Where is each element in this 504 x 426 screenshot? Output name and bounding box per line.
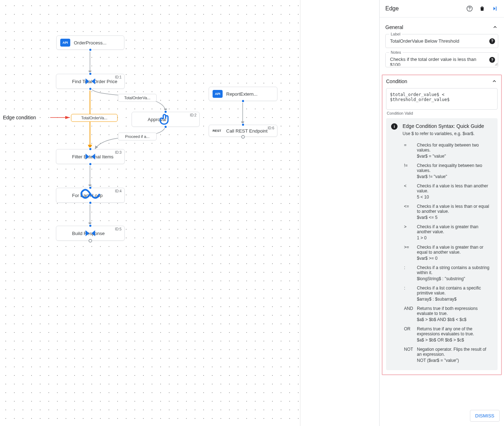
edge-label-proceed[interactable]: Proceed if a... — [118, 133, 157, 140]
syntax-row: :Checks if a string contains a substring… — [403, 263, 493, 283]
section-general-header[interactable]: General — [385, 22, 498, 34]
node-title: Find Total Order Price — [72, 79, 117, 84]
syntax-operator: NOT — [403, 345, 415, 365]
syntax-operator: : — [403, 263, 415, 283]
dismiss-button[interactable]: DISMISS — [470, 410, 500, 422]
node-find-total[interactable]: ID:1 Find Total Order Price — [56, 74, 125, 89]
syntax-operator: = — [403, 140, 415, 161]
node-title: Call REST Endpoint — [226, 128, 267, 134]
syntax-table: =Checks for equality between two values.… — [403, 140, 493, 365]
syntax-operator: OR — [403, 324, 415, 345]
syntax-description: Checks if a value is greater than anothe… — [415, 222, 493, 243]
data-map-icon — [60, 229, 68, 238]
condition-valid-text: Condition Valid — [387, 111, 498, 115]
port-in[interactable] — [164, 110, 167, 114]
notes-input[interactable] — [386, 53, 498, 66]
label-field: Label ? — [385, 34, 498, 48]
port-out[interactable] — [89, 239, 92, 243]
node-call-rest[interactable]: ID:6 REST Call REST Endpoint — [209, 125, 277, 137]
section-condition-header[interactable]: Condition — [386, 78, 498, 88]
syntax-row: ANDReturns true if both expressions eval… — [403, 304, 493, 324]
node-for-each-loop[interactable]: ID:4 For Each Loop — [56, 188, 125, 203]
node-filter-external[interactable]: ID:3 Filter External Items — [56, 149, 125, 164]
section-heading: General — [385, 24, 403, 30]
help-icon[interactable] — [466, 5, 473, 12]
data-map-icon — [60, 152, 68, 161]
syntax-operator: < — [403, 181, 415, 202]
field-label: Label — [389, 32, 402, 36]
field-label: Notes — [389, 50, 403, 54]
edge-label-at-or-above[interactable]: TotalOrderVa... — [118, 94, 157, 102]
node-build-response[interactable]: ID:5 Build Response — [56, 226, 125, 241]
help-icon[interactable]: ? — [489, 57, 495, 63]
syntax-description: Returns true if any one of the expressio… — [415, 324, 493, 345]
syntax-description: Checks if a value is less than another v… — [415, 181, 493, 202]
chevron-up-icon — [492, 24, 498, 30]
syntax-operator: >= — [403, 243, 415, 263]
syntax-example: $array$ : $subarray$ — [417, 297, 491, 302]
port-in[interactable] — [89, 186, 92, 190]
syntax-row: >Checks if a value is greater than anoth… — [403, 222, 493, 243]
api-icon: API — [213, 90, 223, 98]
port-out[interactable] — [89, 87, 92, 91]
node-approval[interactable]: ID:2 Approval — [132, 112, 200, 127]
port-in[interactable] — [89, 224, 92, 228]
syntax-row: <Checks if a value is less than another … — [403, 181, 493, 202]
guide-subtitle: Use $ to refer to variables, e.g. $var$. — [403, 131, 493, 136]
port-out[interactable] — [89, 162, 92, 166]
label-input[interactable] — [386, 34, 498, 48]
node-report-extern[interactable]: API ReportExtern... — [209, 87, 277, 101]
syntax-description: Checks if a value is less than or equal … — [415, 202, 493, 222]
api-icon: API — [60, 39, 70, 47]
svg-point-1 — [469, 10, 470, 10]
port-out[interactable] — [241, 99, 245, 103]
syntax-description: Checks if a value is greater than or equ… — [415, 243, 493, 263]
port-out[interactable] — [164, 125, 167, 129]
syntax-row: ORReturns true if any one of the express… — [403, 324, 493, 345]
flow-canvas[interactable]: Edge condition API OrderProcess... ID:1 … — [0, 0, 300, 426]
data-map-icon — [60, 77, 68, 86]
annotation-label: Edge condition — [3, 115, 36, 120]
syntax-row: NOTNegation operator. Flips the result o… — [403, 345, 493, 365]
syntax-description: Checks if a string contains a substring … — [415, 263, 493, 283]
syntax-example: $longString$ : "substring" — [417, 276, 491, 281]
delete-icon[interactable] — [479, 5, 485, 12]
edge-label-text: TotalOrderVa... — [81, 116, 107, 120]
port-in[interactable] — [89, 72, 92, 76]
node-start[interactable]: API OrderProcess... — [56, 35, 124, 50]
syntax-row: <=Checks if a value is less than or equa… — [403, 202, 493, 222]
panel-divider[interactable] — [300, 0, 300, 426]
chevron-up-icon — [491, 78, 498, 85]
annotation-edge-condition: Edge condition — [3, 115, 36, 120]
panel-header: Edge — [380, 0, 504, 18]
port-out[interactable] — [89, 48, 92, 52]
syntax-example: $var$ <= 5 — [417, 215, 491, 220]
section-general: General Label ? Notes ? — [380, 18, 504, 73]
port-out[interactable] — [89, 201, 92, 205]
help-icon[interactable]: ? — [489, 38, 495, 44]
collapse-panel-icon[interactable] — [491, 5, 498, 12]
hand-icon — [135, 115, 144, 124]
edge-label-text: Proceed if a... — [125, 134, 149, 139]
syntax-guide: i Edge Condition Syntax: Quick Guide Use… — [386, 118, 498, 370]
syntax-description: Checks for equality between two values.$… — [415, 140, 493, 161]
loop-icon — [60, 191, 68, 200]
syntax-description: Returns true if both expressions evaluat… — [415, 304, 493, 324]
port-in[interactable] — [89, 147, 92, 151]
syntax-example: $var$ = "value" — [417, 154, 491, 159]
node-id: ID:3 — [115, 150, 122, 154]
port-in[interactable] — [241, 123, 245, 126]
node-title: For Each Loop — [72, 193, 103, 198]
node-id: ID:4 — [115, 189, 122, 193]
svg-rect-2 — [496, 6, 496, 11]
node-title: ReportExtern... — [226, 91, 257, 97]
syntax-row: !=Checks for inequality between two valu… — [403, 161, 493, 181]
node-id: ID:5 — [115, 227, 122, 231]
node-title: Filter External Items — [72, 154, 114, 159]
port-out[interactable] — [241, 135, 245, 139]
condition-expression-input[interactable]: $total_order_value$ < $threshold_order_v… — [386, 88, 498, 110]
syntax-row: =Checks for equality between two values.… — [403, 140, 493, 161]
syntax-operator: <= — [403, 202, 415, 222]
edge-label-below-threshold[interactable]: TotalOrderVa... — [71, 114, 118, 122]
syntax-operator: : — [403, 283, 415, 304]
